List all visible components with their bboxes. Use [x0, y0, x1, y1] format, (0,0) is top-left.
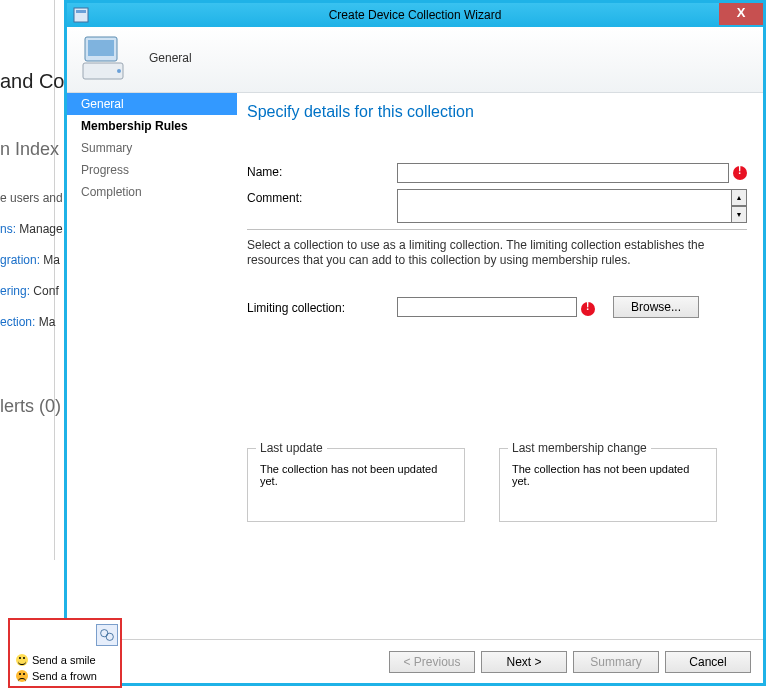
divider — [247, 229, 747, 230]
smile-icon — [16, 654, 28, 666]
bg-row: e users and — [0, 189, 54, 207]
nav-item-summary[interactable]: Summary — [67, 137, 237, 159]
send-smile-label: Send a smile — [32, 654, 96, 666]
frown-icon — [16, 670, 28, 682]
wizard-nav: General Membership Rules Summary Progres… — [67, 93, 237, 639]
computer-icon — [81, 33, 133, 85]
bg-row: ns: Manage — [0, 220, 54, 238]
last-membership-legend: Last membership change — [508, 441, 651, 455]
send-smile-item[interactable]: Send a smile — [16, 654, 96, 666]
bg-row: ering: Conf — [0, 282, 54, 300]
comment-spinner[interactable]: ▲ ▼ — [731, 189, 747, 223]
last-update-text: The collection has not been updated yet. — [260, 463, 452, 487]
feedback-icon-button[interactable] — [96, 624, 118, 646]
error-icon — [733, 166, 747, 180]
feedback-callout: Send a smile Send a frown — [8, 618, 122, 688]
bg-alerts: lerts (0) — [0, 394, 54, 419]
header-band: General — [67, 27, 763, 93]
nav-item-general[interactable]: General — [67, 93, 237, 115]
svg-point-7 — [106, 633, 113, 640]
comment-input[interactable] — [397, 189, 732, 223]
last-membership-group: Last membership change The collection ha… — [499, 448, 717, 522]
previous-button[interactable]: < Previous — [389, 651, 475, 673]
wizard-dialog: Create Device Collection Wizard X Genera… — [64, 0, 766, 686]
name-input[interactable] — [397, 163, 729, 183]
spin-up-button[interactable]: ▲ — [731, 189, 747, 206]
background-window: and Co n Index e users and ns: Manage gr… — [0, 0, 60, 699]
browse-button[interactable]: Browse... — [613, 296, 699, 318]
header-step-label: General — [149, 51, 192, 65]
nav-item-progress[interactable]: Progress — [67, 159, 237, 181]
name-label: Name: — [247, 163, 397, 179]
last-update-group: Last update The collection has not been … — [247, 448, 465, 522]
bg-subhead: n Index — [0, 137, 54, 162]
next-button[interactable]: Next > — [481, 651, 567, 673]
wizard-content: Specify details for this collection Name… — [237, 93, 763, 639]
last-membership-text: The collection has not been updated yet. — [512, 463, 704, 487]
nav-item-membership-rules[interactable]: Membership Rules — [67, 115, 237, 137]
svg-rect-3 — [88, 40, 114, 56]
spin-down-button[interactable]: ▼ — [731, 206, 747, 223]
send-frown-item[interactable]: Send a frown — [16, 670, 97, 682]
cancel-button[interactable]: Cancel — [665, 651, 751, 673]
bg-row: gration: Ma — [0, 251, 54, 269]
limiting-label: Limiting collection: — [247, 299, 397, 315]
button-bar: < Previous Next > Summary Cancel — [67, 639, 763, 683]
close-button[interactable]: X — [719, 3, 763, 25]
bg-row: ection: Ma — [0, 313, 54, 331]
summary-button[interactable]: Summary — [573, 651, 659, 673]
limiting-help-text: Select a collection to use as a limiting… — [247, 238, 747, 268]
send-frown-label: Send a frown — [32, 670, 97, 682]
error-icon — [581, 302, 595, 316]
last-update-legend: Last update — [256, 441, 327, 455]
window-title: Create Device Collection Wizard — [67, 8, 763, 22]
bg-heading: and Co — [0, 68, 54, 95]
section-title: Specify details for this collection — [247, 103, 747, 121]
comment-label: Comment: — [247, 189, 397, 205]
nav-item-completion[interactable]: Completion — [67, 181, 237, 203]
svg-point-5 — [117, 69, 121, 73]
limiting-collection-input[interactable] — [397, 297, 577, 317]
titlebar[interactable]: Create Device Collection Wizard X — [67, 3, 763, 27]
svg-point-6 — [101, 630, 108, 637]
